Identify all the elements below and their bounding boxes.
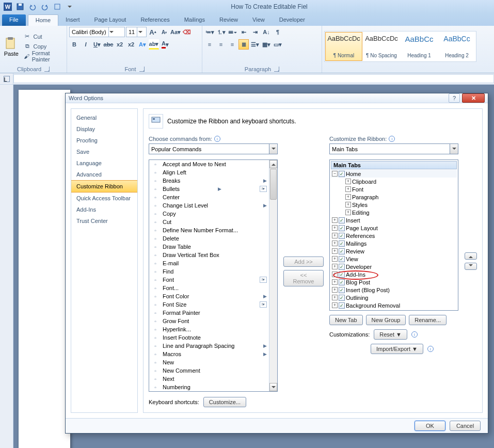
command-item[interactable]: ▫Align Left [149, 168, 269, 177]
style-no-spacing[interactable]: AaBbCcDc¶ No Spacing [363, 32, 400, 61]
command-item[interactable]: ▫Draw Vertical Text Box [149, 251, 269, 259]
checkbox[interactable] [339, 225, 345, 231]
command-item[interactable]: ▫Font... [149, 284, 269, 292]
checkbox[interactable] [339, 264, 345, 270]
expand-icon[interactable]: + [332, 279, 338, 285]
font-color-icon[interactable]: A▾ [160, 39, 170, 50]
tab-selector[interactable]: L [4, 76, 10, 82]
command-item[interactable]: ▫Center [149, 193, 269, 201]
clear-formatting-icon[interactable]: ⌫ [182, 27, 192, 37]
add-button[interactable]: Add >> [283, 257, 324, 267]
expand-icon[interactable]: + [332, 295, 338, 300]
info-icon[interactable]: i [411, 331, 418, 338]
expand-icon[interactable]: + [332, 233, 338, 238]
line-spacing-icon[interactable]: ☰▾ [250, 39, 260, 50]
command-item[interactable]: ▫Macros▶ [149, 350, 269, 358]
commands-listbox[interactable]: ▫Accept and Move to Next▫Align Left▫Brea… [149, 159, 278, 392]
sidebar-item-addins[interactable]: Add-Ins [71, 204, 137, 215]
paste-button[interactable]: Paste [2, 36, 21, 57]
info-icon[interactable]: i [389, 136, 395, 142]
underline-button[interactable]: U▾ [92, 39, 102, 50]
word-app-icon[interactable]: W [2, 2, 13, 12]
command-item[interactable]: ▫Change List Level▶ [149, 201, 269, 210]
ok-button[interactable]: OK [415, 421, 445, 431]
redo-icon[interactable] [39, 2, 51, 12]
undo-icon[interactable] [27, 2, 38, 12]
style-heading-1[interactable]: AaBbCcHeading 1 [401, 32, 438, 61]
rename-button[interactable]: Rename... [409, 315, 447, 325]
bullets-icon[interactable]: ≔▾ [204, 27, 215, 37]
multilevel-list-icon[interactable]: ⩸▾ [227, 27, 237, 37]
tab-home[interactable]: Home [28, 14, 58, 26]
tree-tab-item[interactable]: +Review [331, 247, 457, 255]
tree-tab-item[interactable]: +Mailings [331, 239, 457, 247]
command-item[interactable]: ▫Accept and Move to Next [149, 160, 269, 168]
command-item[interactable]: ▫Grow Font [149, 317, 269, 325]
highlight-icon[interactable]: ab▾ [149, 39, 159, 50]
checkbox[interactable] [339, 279, 345, 285]
cancel-button[interactable]: Cancel [450, 421, 481, 431]
align-right-icon[interactable]: ≡ [227, 39, 237, 50]
checkbox[interactable] [339, 217, 345, 223]
choose-commands-dropdown[interactable]: Popular Commands [149, 143, 278, 154]
command-item[interactable]: ▫Copy [149, 210, 269, 218]
show-marks-icon[interactable]: ¶ [273, 27, 283, 37]
expand-icon[interactable]: + [332, 287, 338, 293]
reset-button[interactable]: Reset ▼ [374, 329, 407, 340]
command-item[interactable]: ▫Format Painter [149, 309, 269, 317]
move-up-button[interactable] [465, 252, 477, 260]
checkbox[interactable] [339, 233, 345, 239]
info-icon[interactable]: i [427, 346, 434, 352]
align-center-icon[interactable]: ≡ [216, 39, 226, 50]
expand-icon[interactable]: + [345, 194, 351, 200]
expand-icon[interactable]: + [345, 186, 351, 192]
remove-button[interactable]: << Remove [283, 270, 324, 286]
command-item[interactable]: ▫Numbering [149, 383, 269, 391]
increase-indent-icon[interactable]: ⇥ [250, 27, 260, 37]
expand-icon[interactable]: + [332, 217, 338, 223]
tree-tab-item[interactable]: +Blog Post [331, 278, 457, 286]
expand-icon[interactable]: + [345, 179, 351, 184]
justify-icon[interactable]: ≣ [238, 39, 249, 50]
sidebar-item-language[interactable]: Language [71, 157, 137, 169]
decrease-indent-icon[interactable]: ⇤ [238, 27, 249, 37]
checkbox[interactable] [339, 171, 345, 177]
dialog-close-button[interactable]: ✕ [462, 93, 485, 103]
checkbox[interactable] [339, 241, 345, 247]
command-item[interactable]: ▫Line and Paragraph Spacing▶ [149, 342, 269, 350]
new-tab-button[interactable]: New Tab [329, 315, 363, 325]
styles-gallery[interactable]: AaBbCcDc¶ Normal AaBbCcDc¶ No Spacing Aa… [324, 31, 476, 62]
scroll-up-icon[interactable] [269, 160, 277, 168]
sidebar-item-trust-center[interactable]: Trust Center [71, 215, 137, 227]
command-item[interactable]: ▫Breaks▶ [149, 177, 269, 185]
tree-tab-item[interactable]: +Outlining [331, 294, 457, 301]
format-painter-button[interactable]: 🖌Format Painter [22, 52, 65, 61]
superscript-button[interactable]: x2 [126, 39, 136, 50]
info-icon[interactable]: i [214, 136, 220, 142]
scroll-down-icon[interactable] [269, 383, 277, 391]
save-icon[interactable] [14, 2, 26, 12]
expand-icon[interactable]: + [332, 256, 338, 262]
new-group-button[interactable]: New Group [366, 315, 406, 325]
tab-file[interactable]: File [2, 14, 26, 26]
expand-icon[interactable]: + [332, 225, 338, 231]
sidebar-item-general[interactable]: General [71, 112, 137, 123]
style-normal[interactable]: AaBbCcDc¶ Normal [325, 32, 362, 61]
collapse-icon[interactable]: − [332, 171, 338, 177]
text-effects-icon[interactable]: A▾ [137, 39, 148, 50]
paragraph-dialog-launcher[interactable] [274, 67, 279, 72]
tree-tab-item[interactable]: +View [331, 255, 457, 263]
command-item[interactable]: ▫Font SizeI▾ [149, 300, 269, 309]
change-case-icon[interactable]: Aa▾ [170, 27, 181, 37]
tree-tab-item[interactable]: +Insert (Blog Post) [331, 286, 457, 294]
checkbox[interactable] [339, 271, 345, 278]
tree-tab-item[interactable]: +Developer [331, 263, 457, 270]
shrink-font-icon[interactable]: A▾ [159, 27, 169, 37]
tree-group-item[interactable]: +Font [331, 185, 457, 193]
expand-icon[interactable]: + [332, 264, 338, 269]
command-item[interactable]: ▫Insert Footnote [149, 333, 269, 342]
cut-button[interactable]: ✂Cut [22, 32, 65, 41]
qat-item-icon[interactable] [52, 2, 63, 12]
borders-icon[interactable]: ▭▾ [273, 39, 283, 50]
customize-ribbon-dropdown[interactable]: Main Tabs [329, 143, 458, 154]
